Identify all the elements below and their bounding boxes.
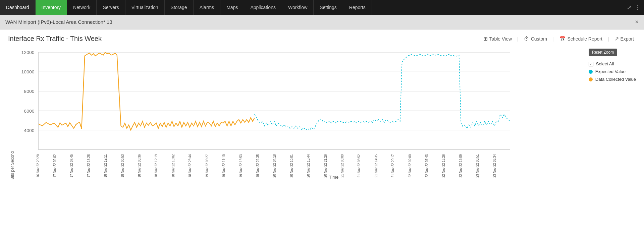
reset-zoom-button[interactable]: Reset Zoom: [589, 49, 617, 56]
bottom-space: [0, 180, 644, 200]
nav-workflow[interactable]: Workflow: [282, 0, 314, 15]
svg-text:20 Nov 22 15:44: 20 Nov 22 15:44: [307, 154, 311, 178]
svg-text:19 Nov 22 22:35: 19 Nov 22 22:35: [256, 154, 260, 178]
svg-text:19 Nov 22 11:10: 19 Nov 22 11:10: [222, 154, 226, 178]
svg-text:6000: 6000: [24, 109, 34, 113]
svg-text:19 Nov 22 05:27: 19 Nov 22 05:27: [205, 154, 209, 178]
svg-text:8000: 8000: [24, 89, 34, 94]
select-all-checkbox[interactable]: ✓: [589, 62, 593, 66]
svg-text:18 Nov 22 23:44: 18 Nov 22 23:44: [188, 154, 192, 178]
table-view-button[interactable]: ⊞ Table View: [481, 35, 514, 43]
svg-text:18 Nov 22 00:53: 18 Nov 22 00:53: [120, 154, 124, 178]
title-bar: WAN Miniport (IPv6)-Local Area Connectio…: [0, 15, 644, 29]
svg-text:16 Nov 22 20:20: 16 Nov 22 20:20: [36, 154, 40, 178]
schedule-report-label: Schedule Report: [568, 36, 602, 42]
custom-label: Custom: [531, 36, 547, 42]
svg-text:22 Nov 22 19:09: 22 Nov 22 19:09: [459, 154, 463, 178]
custom-button[interactable]: ⏱ Custom: [522, 35, 549, 43]
nav-maps[interactable]: Maps: [220, 0, 244, 15]
export-icon: ↗: [614, 36, 619, 42]
chart-area: Bits per Second Reset Zoom ✓ Select All …: [0, 45, 644, 180]
svg-text:21 Nov 22 03:09: 21 Nov 22 03:09: [340, 154, 344, 178]
svg-text:18 Nov 22 18:02: 18 Nov 22 18:02: [171, 154, 175, 178]
svg-text:22 Nov 22 07:43: 22 Nov 22 07:43: [425, 154, 429, 178]
expected-value-dot: [589, 70, 593, 74]
separator-3: |: [606, 36, 610, 42]
nav-inventory[interactable]: Inventory: [36, 0, 67, 15]
expected-value-label: Expected Value: [595, 69, 626, 74]
schedule-report-button[interactable]: 📅 Schedule Report: [557, 35, 604, 43]
svg-text:12000: 12000: [21, 50, 35, 55]
data-collected-label: Data Collected Value: [595, 77, 636, 82]
clock-icon: ⏱: [524, 36, 529, 42]
close-button[interactable]: ×: [635, 18, 639, 25]
svg-text:21 Nov 22 20:17: 21 Nov 22 20:17: [391, 154, 395, 178]
top-nav: Dashboard Inventory Network Servers Virt…: [0, 0, 644, 15]
svg-text:10000: 10000: [21, 70, 35, 74]
svg-text:17 Nov 22 13:28: 17 Nov 22 13:28: [87, 154, 91, 178]
legend-data-collected[interactable]: Data Collected Value: [589, 77, 636, 82]
svg-text:17 Nov 22 07:45: 17 Nov 22 07:45: [70, 154, 74, 178]
svg-text:21 Nov 22 14:35: 21 Nov 22 14:35: [374, 154, 378, 178]
legend-expected-value[interactable]: Expected Value: [589, 69, 636, 74]
svg-text:18 Nov 22 19:11: 18 Nov 22 19:11: [104, 154, 108, 178]
svg-text:23 Nov 22 00:51: 23 Nov 22 00:51: [476, 154, 480, 178]
svg-text:23 Nov 22 06:34: 23 Nov 22 06:34: [492, 154, 496, 178]
expected-value-line: [255, 54, 510, 130]
svg-text:18 Nov 22 06:36: 18 Nov 22 06:36: [138, 154, 142, 178]
svg-text:17 Nov 22 02:02: 17 Nov 22 02:02: [53, 154, 57, 178]
svg-text:20 Nov 22 04:18: 20 Nov 22 04:18: [273, 154, 277, 178]
separator-1: |: [516, 36, 520, 42]
nav-network[interactable]: Network: [67, 0, 97, 15]
calendar-icon: 📅: [559, 36, 566, 42]
y-axis-label: Bits per Second: [8, 45, 15, 180]
nav-reports[interactable]: Reports: [343, 0, 372, 15]
nav-alarms[interactable]: Alarms: [194, 0, 221, 15]
nav-storage[interactable]: Storage: [165, 0, 194, 15]
svg-text:4000: 4000: [24, 128, 34, 133]
chart-header: Interface Rx Traffic - This Week ⊞ Table…: [0, 29, 644, 45]
nav-applications[interactable]: Applications: [244, 0, 282, 15]
chart-container: Reset Zoom ✓ Select All Expected Value D…: [15, 45, 636, 180]
svg-text:21 Nov 22 08:52: 21 Nov 22 08:52: [357, 154, 361, 178]
separator-2: |: [551, 36, 555, 42]
legend-select-all[interactable]: ✓ Select All: [589, 61, 636, 66]
export-button[interactable]: ↗ Export: [612, 35, 636, 43]
chart-controls: ⊞ Table View | ⏱ Custom | 📅 Schedule Rep…: [481, 35, 636, 43]
chart-svg: 12000 10000 8000 6000 4000 16 Nov 22 20:…: [15, 45, 636, 173]
svg-text:22 Nov 22 13:26: 22 Nov 22 13:26: [442, 154, 446, 178]
title-bar-text: WAN Miniport (IPv6)-Local Area Connectio…: [5, 19, 112, 25]
resize-icon[interactable]: ⤢: [627, 4, 631, 11]
svg-text:19 Nov 22 16:53: 19 Nov 22 16:53: [239, 154, 243, 178]
nav-dashboard[interactable]: Dashboard: [0, 0, 36, 15]
table-view-icon: ⊞: [483, 36, 488, 42]
table-view-label: Table View: [489, 36, 512, 42]
select-all-label: Select All: [596, 61, 614, 66]
nav-servers[interactable]: Servers: [97, 0, 125, 15]
svg-text:22 Nov 22 02:00: 22 Nov 22 02:00: [408, 154, 412, 178]
nav-virtualization[interactable]: Virtualization: [125, 0, 165, 15]
svg-text:18 Nov 22 12:19: 18 Nov 22 12:19: [154, 154, 158, 178]
menu-icon[interactable]: ⋮: [635, 4, 640, 11]
chart-title: Interface Rx Traffic - This Week: [8, 35, 102, 43]
nav-settings[interactable]: Settings: [314, 0, 343, 15]
data-collected-dot: [589, 77, 593, 81]
svg-text:20 Nov 22 10:01: 20 Nov 22 10:01: [289, 154, 293, 178]
chart-legend: Reset Zoom ✓ Select All Expected Value D…: [589, 49, 636, 82]
svg-text:20 Nov 22 21:26: 20 Nov 22 21:26: [323, 154, 327, 178]
export-label: Export: [621, 36, 634, 42]
